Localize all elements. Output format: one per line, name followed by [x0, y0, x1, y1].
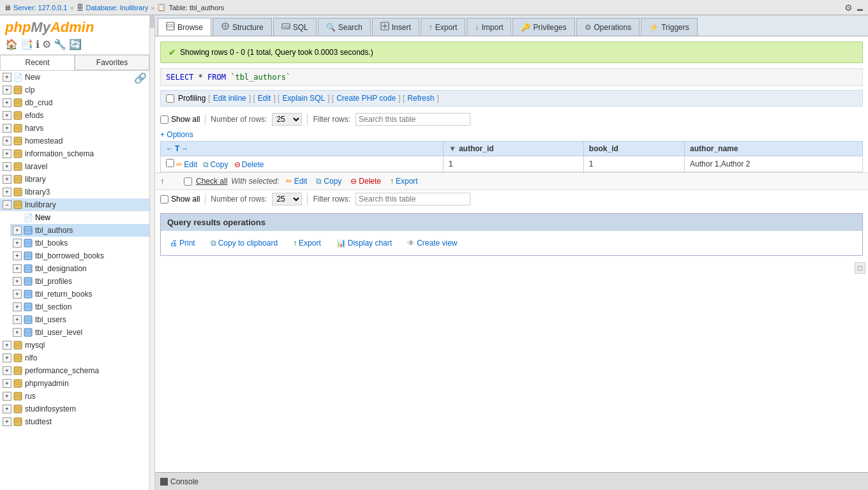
nav-t-icon[interactable]: T [175, 144, 179, 153]
breadcrumb-database[interactable]: Database: lnulibrary [86, 4, 149, 11]
print-button[interactable]: 🖨 Print [167, 237, 198, 249]
edit-link[interactable]: Edit [258, 94, 271, 103]
sidebar-item-tbl-designation[interactable]: + tbl_designation [10, 262, 149, 275]
db-toggle-phpmyadmin-db[interactable]: + [3, 379, 11, 388]
tab-insert[interactable]: Insert [372, 18, 419, 36]
db-toggle-information-schema[interactable]: + [3, 149, 11, 158]
export-qr-button[interactable]: ↑ Export [290, 237, 324, 249]
show-all-checkbox-bottom[interactable] [160, 195, 168, 204]
tbl-toggle-section[interactable]: + [13, 302, 22, 311]
num-rows-select-bottom[interactable]: 25 50 100 250 [272, 193, 302, 205]
th-book-id[interactable]: book_id [583, 142, 684, 156]
db-toggle-laravel[interactable]: + [3, 162, 11, 171]
collapse-button[interactable]: □ [855, 262, 865, 274]
info-icon[interactable]: ℹ [36, 38, 40, 50]
nav-left-icon[interactable]: ← [166, 144, 174, 153]
settings-icon[interactable]: ⚙ [844, 3, 853, 13]
sidebar-link-icon[interactable]: 🔗 [134, 72, 147, 84]
db-toggle-new[interactable]: + [3, 73, 11, 82]
tbl-toggle-users[interactable]: + [13, 315, 22, 324]
create-view-button[interactable]: 👁 Create view [405, 237, 460, 249]
sidebar-item-laravel[interactable]: + laravel [0, 160, 149, 173]
delete-row-link[interactable]: ⊖ Delete [234, 160, 264, 169]
sidebar-item-tbl-return-books[interactable]: + tbl_return_books [10, 288, 149, 301]
profiling-checkbox[interactable] [166, 94, 174, 103]
db-toggle-harvs[interactable]: + [3, 124, 11, 133]
sidebar-scrollbar-thumb[interactable] [150, 15, 154, 28]
db-toggle-library3[interactable]: + [3, 188, 11, 197]
db-toggle-clp[interactable]: + [3, 85, 11, 94]
db-toggle-performance-schema[interactable]: + [3, 366, 11, 375]
refresh-icon[interactable]: 🔄 [69, 38, 82, 50]
tab-privileges[interactable]: 🔑 Privileges [513, 18, 574, 36]
sidebar-item-harvs[interactable]: + harvs [0, 122, 149, 135]
sidebar-item-db-crud[interactable]: + db_crud [0, 96, 149, 109]
tab-export[interactable]: ↑ Export [421, 18, 466, 36]
sidebar-item-tbl-user-level[interactable]: + tbl_user_level [10, 326, 149, 339]
sidebar-item-information-schema[interactable]: + information_schema [0, 147, 149, 160]
tbl-toggle-designation[interactable]: + [13, 264, 22, 273]
show-all-label-bottom[interactable]: Show all [160, 195, 200, 204]
sidebar-item-rus[interactable]: + rus [0, 390, 149, 403]
sidebar-item-efods[interactable]: + efods [0, 109, 149, 122]
db-toggle-homestead[interactable]: + [3, 137, 11, 145]
tab-import[interactable]: ↓ Import [467, 18, 511, 36]
sidebar-item-new[interactable]: + 📄 New [0, 71, 149, 84]
filter-rows-input-bottom[interactable] [355, 193, 470, 205]
db-toggle-lnulibrary[interactable]: − [3, 200, 11, 209]
edit-inline-link[interactable]: Edit inline [213, 94, 246, 103]
sidebar-item-nlfo[interactable]: + nlfo [0, 352, 149, 364]
collapse-icon[interactable]: 🗕 [855, 3, 864, 13]
breadcrumb-server[interactable]: Server: 127.0.0.1 [13, 4, 67, 11]
sidebar-item-studtest[interactable]: + studtest [0, 415, 149, 428]
create-php-code-link[interactable]: Create PHP code [336, 94, 396, 103]
qr-ops-header[interactable]: Query results operations [161, 214, 862, 231]
sidebar-item-lnulibrary[interactable]: − lnulibrary [0, 198, 149, 211]
db-toggle-studinfosystem[interactable]: + [3, 405, 11, 413]
db-toggle-library[interactable]: + [3, 175, 11, 184]
home-icon[interactable]: 🏠 [5, 38, 18, 50]
display-chart-button[interactable]: 📊 Display chart [334, 237, 394, 249]
db-toggle-mysql[interactable]: + [3, 341, 11, 350]
filter-rows-input-top[interactable] [355, 113, 470, 126]
th-author-id[interactable]: ▼ author_id [444, 142, 584, 156]
copy-row-link[interactable]: ⧉ Copy [203, 160, 228, 169]
sidebar-item-library3[interactable]: + library3 [0, 186, 149, 198]
check-all-link[interactable]: Check all [196, 177, 227, 186]
nav-right-icon[interactable]: → [181, 144, 188, 153]
sidebar-item-tbl-authors[interactable]: + tbl_authors [10, 224, 149, 237]
bulk-copy-button[interactable]: ⧉ Copy [313, 175, 344, 187]
bulk-delete-button[interactable]: ⊖ Delete [348, 175, 384, 187]
sidebar-item-tbl-section[interactable]: + tbl_section [10, 301, 149, 313]
db-toggle-nlfo[interactable]: + [3, 353, 11, 362]
sidebar-item-phpmyadmin-db[interactable]: + phpmyadmin [0, 377, 149, 390]
sidebar-item-tbl-borrowed-books[interactable]: + tbl_borrowed_books [10, 249, 149, 262]
bulk-export-button[interactable]: ↑ Export [387, 175, 421, 187]
edit-row-link[interactable]: ✏ Edit [176, 160, 197, 169]
sidebar-item-tbl-users[interactable]: + tbl_users [10, 313, 149, 326]
refresh-link[interactable]: Refresh [407, 94, 434, 103]
tbl-toggle-user-level[interactable]: + [13, 328, 22, 337]
console-label[interactable]: Console [170, 477, 198, 486]
tab-sql[interactable]: SQL SQL [273, 18, 317, 36]
plugin-icon[interactable]: 🔧 [54, 38, 66, 50]
show-all-checkbox-top[interactable] [160, 115, 168, 124]
show-all-label-top[interactable]: Show all [160, 115, 200, 124]
tab-search[interactable]: 🔍 Search [318, 18, 371, 36]
sidebar-item-tbl-books[interactable]: + tbl_books [10, 237, 149, 249]
sidebar-item-library[interactable]: + library [0, 173, 149, 186]
tbl-toggle-borrowed-books[interactable]: + [13, 251, 22, 260]
th-author-name[interactable]: author_name [685, 142, 863, 156]
tbl-toggle-books[interactable]: + [13, 239, 22, 248]
tab-operations[interactable]: ⚙ Operations [576, 18, 640, 36]
sidebar-item-tbl-profiles[interactable]: + tbl_profiles [10, 275, 149, 288]
bookmark-icon[interactable]: 📑 [20, 38, 33, 50]
db-toggle-studtest[interactable]: + [3, 417, 11, 426]
db-toggle-rus[interactable]: + [3, 392, 11, 401]
tbl-toggle-authors[interactable]: + [13, 226, 22, 235]
db-toggle-db-crud[interactable]: + [3, 98, 11, 107]
tab-recent[interactable]: Recent [0, 55, 75, 70]
tab-triggers[interactable]: ⚡ Triggers [641, 18, 698, 36]
sidebar-item-studinfosystem[interactable]: + studinfosystem [0, 403, 149, 415]
tab-favorites[interactable]: Favorites [75, 55, 149, 70]
